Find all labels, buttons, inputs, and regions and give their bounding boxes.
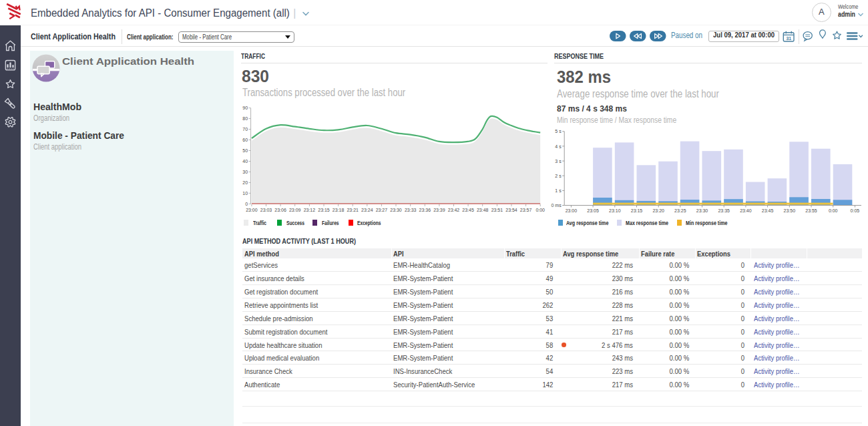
svg-text:23:09: 23:09 — [289, 208, 301, 212]
svg-text:23:42: 23:42 — [448, 208, 460, 212]
svg-text:23:25: 23:25 — [674, 208, 686, 213]
svg-text:23:30: 23:30 — [696, 208, 708, 213]
svg-text:23:54: 23:54 — [505, 208, 517, 212]
svg-text:0:05: 0:05 — [851, 208, 860, 213]
svg-text:23:27: 23:27 — [376, 208, 388, 212]
svg-text:2 s: 2 s — [555, 174, 562, 178]
svg-text:23:30: 23:30 — [390, 208, 402, 212]
svg-text:23:21: 23:21 — [347, 208, 359, 212]
svg-text:40: 40 — [242, 159, 248, 164]
svg-text:0: 0 — [245, 202, 248, 206]
svg-text:23:05: 23:05 — [587, 208, 599, 213]
svg-text:20: 20 — [242, 180, 248, 185]
svg-text:23:48: 23:48 — [477, 208, 489, 212]
svg-text:0:00: 0:00 — [535, 208, 545, 212]
svg-text:0 ms: 0 ms — [552, 203, 562, 208]
svg-text:23:24: 23:24 — [361, 208, 373, 212]
svg-text:23:03: 23:03 — [260, 208, 272, 212]
svg-text:23:33: 23:33 — [405, 208, 417, 212]
svg-text:23:45: 23:45 — [762, 208, 774, 213]
svg-text:23:36: 23:36 — [419, 208, 431, 212]
svg-text:23:10: 23:10 — [609, 208, 621, 213]
svg-text:23:55: 23:55 — [805, 208, 817, 213]
svg-text:23:15: 23:15 — [631, 208, 643, 213]
svg-text:1 s: 1 s — [555, 188, 562, 193]
svg-text:23:50: 23:50 — [784, 208, 796, 213]
svg-text:23:35: 23:35 — [718, 208, 730, 213]
svg-text:60: 60 — [242, 138, 248, 142]
svg-text:0:00: 0:00 — [829, 208, 838, 213]
svg-text:23:00: 23:00 — [246, 208, 258, 212]
svg-text:23:15: 23:15 — [318, 208, 330, 212]
svg-text:23:20: 23:20 — [652, 208, 664, 213]
svg-text:23:40: 23:40 — [740, 208, 752, 213]
svg-text:90: 90 — [242, 105, 248, 110]
svg-text:31: 31 — [786, 36, 791, 41]
svg-text:50: 50 — [242, 148, 248, 153]
svg-text:5 s: 5 s — [555, 129, 562, 134]
svg-text:23:51: 23:51 — [491, 208, 503, 212]
svg-text:3 s: 3 s — [555, 159, 562, 164]
svg-text:4 s: 4 s — [555, 144, 562, 149]
svg-text:23:45: 23:45 — [462, 208, 474, 212]
svg-text:70: 70 — [242, 127, 248, 132]
svg-text:10: 10 — [242, 191, 248, 196]
svg-text:23:39: 23:39 — [433, 208, 445, 212]
svg-text:23:12: 23:12 — [304, 208, 316, 212]
svg-text:30: 30 — [242, 170, 248, 174]
svg-text:23:18: 23:18 — [333, 208, 345, 212]
svg-text:23:00: 23:00 — [566, 208, 578, 213]
svg-text:23:06: 23:06 — [274, 208, 286, 212]
svg-text:80: 80 — [242, 116, 248, 121]
svg-text:23:57: 23:57 — [520, 208, 532, 212]
